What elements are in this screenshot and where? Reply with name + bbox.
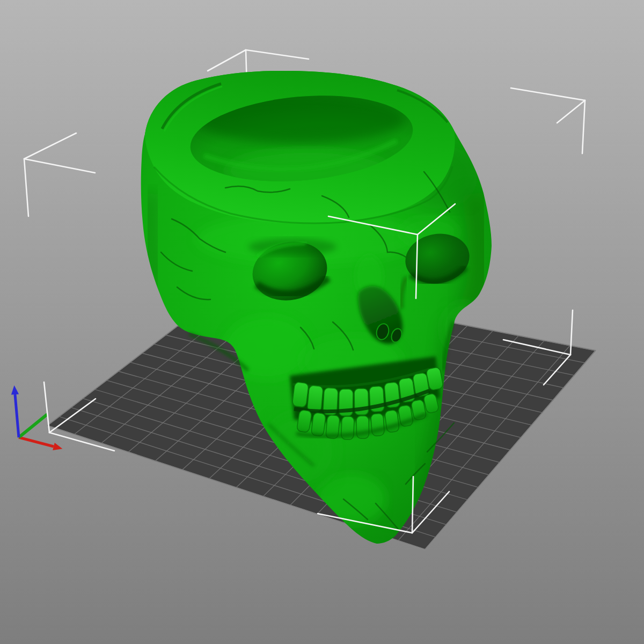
tooth [292,382,309,407]
tooth [311,413,326,436]
viewport-canvas[interactable] [0,0,644,644]
tooth [307,385,323,412]
slicer-3d-viewport[interactable] [0,0,644,644]
